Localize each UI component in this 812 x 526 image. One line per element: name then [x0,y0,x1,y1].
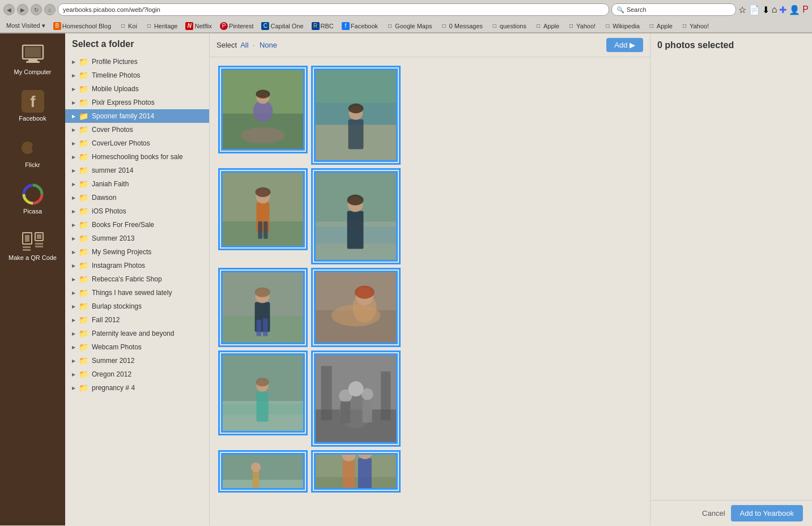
bookmark-most-visited[interactable]: Most Visited ▾ [3,22,48,30]
bookmark-wikipedia[interactable]: □ Wikipedia [601,22,643,31]
home-button[interactable]: ⌂ [44,4,56,15]
folder-item-spooner[interactable]: ▶ 📁 Spooner family 2014 [65,109,209,123]
photo-thumb-5[interactable] [221,271,305,344]
address-bar[interactable]: yearbooks.picaboo.com/web/?login [58,3,609,16]
bookmark-pinterest[interactable]: P Pinterest [217,22,256,31]
svg-rect-11 [25,235,29,242]
folder-label: Summer 2013 [92,234,134,242]
wikipedia-label: Wikipedia [613,23,640,29]
svg-point-20 [241,127,285,144]
home-nav-icon[interactable]: ⌂ [772,5,777,15]
bookmark-questions[interactable]: □ questions [488,22,529,31]
folder-item-paternity[interactable]: ▶ 📁 Paternity leave and beyond [65,327,209,340]
photo-thumb-6[interactable] [314,271,398,344]
folder-icon: 📁 [79,179,88,189]
add-to-yearbook-button[interactable]: Add to Yearbook [731,505,803,521]
folder-item-books[interactable]: ▶ 📁 Books For Free/Sale [65,218,209,232]
bookmark-capital[interactable]: C Capital One [258,22,306,31]
bookmark-yahoo[interactable]: □ Yahoo! [564,22,598,31]
photo-thumb-3[interactable] [221,171,305,247]
download-icon[interactable]: ⬇ [762,5,770,15]
photo-grid-area[interactable] [210,57,650,525]
sidebar-item-facebook[interactable]: f Facebook [0,85,65,126]
folder-item-timeline[interactable]: ▶ 📁 Timeline Photos [65,69,209,82]
add-button[interactable]: Add ▶ [606,38,643,52]
bookmark-homeschool[interactable]: B Homeschool Blog [50,22,114,31]
bookmark-rbc[interactable]: R RBC [309,22,337,31]
folder-item-homeschool[interactable]: ▶ 📁 Homeschooling books for sale [65,150,209,164]
photo-thumb-9[interactable] [221,453,305,490]
folder-item-fall2012[interactable]: ▶ 📁 Fall 2012 [65,313,209,327]
folder-item-instagram[interactable]: ▶ 📁 Instagram Photos [65,259,209,272]
folder-item-coverlover[interactable]: ▶ 📁 CoverLover Photos [65,136,209,150]
wikipedia-icon: □ [603,22,611,30]
folder-item-mobile[interactable]: ▶ 📁 Mobile Uploads [65,82,209,96]
bookmark-messages[interactable]: □ 0 Messages [437,22,486,31]
pinterest-nav-icon[interactable]: P [802,5,809,15]
separator: · [253,41,255,49]
bookmark-koi[interactable]: □ Koi [116,22,140,31]
folder-item-burlap[interactable]: ▶ 📁 Burlap stockings [65,300,209,313]
folder-item-oregon[interactable]: ▶ 📁 Oregon 2012 [65,367,209,381]
search-bar[interactable]: 🔍 Search [611,3,736,16]
profile-icon[interactable]: 👤 [789,5,800,15]
folder-icon: 📁 [79,71,88,80]
select-none-link[interactable]: None [260,41,277,49]
folder-item-cover[interactable]: ▶ 📁 Cover Photos [65,123,209,136]
plus-icon[interactable]: ✚ [779,5,787,15]
folder-arrow: ▶ [72,386,75,391]
photo-thumb-10[interactable] [314,453,398,490]
folder-item-summer2014[interactable]: ▶ 📁 summer 2014 [65,164,209,177]
folder-icon: 📁 [79,383,88,392]
folder-item-webcam[interactable]: ▶ 📁 Webcam Photos [65,340,209,354]
koi-label: Koi [128,23,137,29]
folder-item-rebecca[interactable]: ▶ 📁 Rebecca's Fabric Shop [65,272,209,286]
apple-icon: □ [534,22,542,30]
folder-item-summer2013[interactable]: ▶ 📁 Summer 2013 [65,232,209,245]
bookmark-apple2[interactable]: □ Apple [645,22,675,31]
maps-label: Google Maps [395,23,432,29]
reload-button[interactable]: ↻ [31,4,42,15]
folder-arrow: ▶ [72,263,75,268]
bookmark-icon[interactable]: ☆ [738,5,746,15]
svg-point-36 [256,187,271,197]
folder-item-pregnancy[interactable]: ▶ 📁 pregnancy # 4 [65,381,209,395]
folder-item-ios[interactable]: ▶ 📁 iOS Photos [65,204,209,218]
bookmark-heritage[interactable]: □ Heritage [142,22,181,31]
folder-item-things[interactable]: ▶ 📁 Things I have sewed lately [65,286,209,300]
folder-item-sewing[interactable]: ▶ 📁 My Sewing Projects [65,245,209,259]
sidebar-item-picasa[interactable]: Picasa [0,178,65,219]
photo-thumb-4[interactable] [314,171,398,262]
sidebar-item-my-computer[interactable]: My Computer [0,39,65,80]
folder-arrow: ▶ [72,182,75,187]
questions-label: questions [500,23,526,29]
photo-thumb-2[interactable] [314,69,398,162]
bottom-bar: Cancel Add to Yearbook [651,500,812,525]
bookmark-yahoo2[interactable]: □ Yahoo! [678,22,712,31]
folder-arrow: ▶ [72,73,75,78]
select-all-link[interactable]: All [240,41,248,49]
photo-thumb-1[interactable] [221,69,305,151]
forward-button[interactable]: ▶ [17,4,28,15]
folder-item-summer2012[interactable]: ▶ 📁 Summer 2012 [65,354,209,367]
photo-thumb-8[interactable] [314,353,398,444]
cancel-button[interactable]: Cancel [702,509,725,518]
photo-thumb-7[interactable] [221,353,305,433]
svg-rect-2 [28,59,37,61]
reader-icon[interactable]: 📄 [749,5,760,15]
bookmark-maps[interactable]: □ Google Maps [383,22,435,31]
bookmark-netflix[interactable]: N Netflix [182,22,215,31]
svg-point-29 [348,104,364,113]
sidebar-item-qr-code[interactable]: Make a QR Code [0,225,65,266]
back-button[interactable]: ◀ [3,4,15,15]
svg-point-55 [355,286,375,299]
folder-item-profile[interactable]: ▶ 📁 Profile Pictures [65,55,209,69]
folder-item-dawson[interactable]: ▶ 📁 Dawson [65,191,209,204]
folder-item-pixlr[interactable]: ▶ 📁 Pixlr Express Photos [65,96,209,109]
bookmark-apple[interactable]: □ Apple [532,22,562,31]
sidebar-item-flickr[interactable]: Flickr [0,132,65,173]
bookmarks-bar: Most Visited ▾ B Homeschool Blog □ Koi □… [0,19,812,33]
flickr-label: Flickr [25,161,40,168]
bookmark-facebook[interactable]: f Facebook [339,22,381,31]
folder-item-janiah[interactable]: ▶ 📁 Janiah Faith [65,177,209,191]
